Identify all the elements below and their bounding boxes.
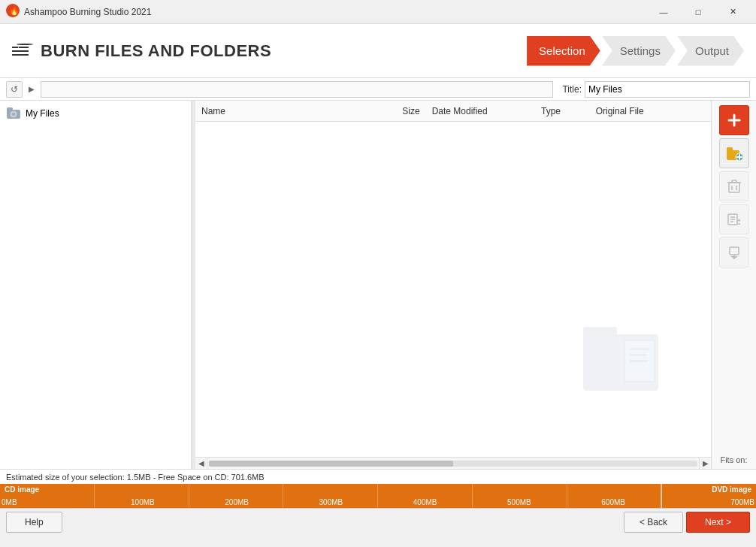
scroll-thumb[interactable] — [209, 461, 453, 467]
step-selection-label: Selection — [539, 44, 585, 57]
col-date[interactable]: Date Modified — [432, 106, 541, 116]
minimize-button[interactable]: — — [646, 0, 681, 24]
refresh-icon: ↺ — [11, 84, 18, 95]
tree-item-label: My Files — [26, 108, 59, 119]
scroll-left-arrow[interactable]: ◀ — [195, 458, 207, 470]
folder-tree: My Files — [0, 101, 192, 469]
meter-dvd-label: DVD image — [712, 485, 751, 494]
statusbar-text: Estimated size of your selection: 1.5MB … — [6, 473, 265, 482]
tree-item-myfiles[interactable]: My Files — [0, 104, 191, 123]
right-toolbar: Fits on: — [711, 101, 756, 469]
maximize-button[interactable]: □ — [681, 0, 715, 24]
file-list-header: Name Size Date Modified Type Original Fi… — [195, 101, 711, 122]
svg-rect-15 — [727, 147, 733, 152]
bottom-bar: Help < Back Next > — [0, 508, 756, 535]
app-title: Ashampoo Burning Studio 2021 — [24, 7, 646, 17]
scale-300: 300MB — [284, 498, 378, 506]
svg-rect-7 — [583, 327, 617, 340]
hscroll-bar[interactable]: ◀ ▶ — [195, 457, 711, 469]
svg-rect-29 — [730, 247, 739, 255]
step-settings[interactable]: Settings — [602, 36, 676, 66]
scale-600: 600MB — [567, 498, 661, 506]
scale-700: 700MB — [661, 498, 754, 506]
page-title: BURN FILES AND FOLDERS — [41, 41, 527, 61]
scale-0: 0MB — [2, 498, 95, 506]
file-list: Name Size Date Modified Type Original Fi… — [195, 101, 711, 469]
path-back-button[interactable]: ↺ — [6, 81, 23, 98]
meter-cd-label: CD image — [5, 485, 39, 494]
disc-icon — [6, 107, 21, 120]
col-name[interactable]: Name — [201, 106, 365, 116]
next-button[interactable]: Next > — [686, 512, 750, 533]
scroll-track[interactable] — [209, 461, 697, 467]
statusbar: Estimated size of your selection: 1.5MB … — [0, 469, 756, 484]
svg-point-5 — [12, 113, 15, 116]
empty-placeholder — [576, 319, 673, 404]
scroll-right-arrow[interactable]: ▶ — [699, 458, 711, 470]
move-down-button[interactable] — [719, 237, 749, 267]
path-arrow[interactable]: ▶ — [26, 81, 38, 98]
add-files-button[interactable] — [719, 105, 749, 135]
col-original[interactable]: Original File — [596, 106, 705, 116]
menu-icon[interactable]: 1 — [12, 47, 29, 56]
app-icon: 🔥 — [6, 4, 20, 20]
step-selection[interactable]: Selection — [527, 36, 600, 66]
scale-400: 400MB — [378, 498, 472, 506]
title-label: Title: — [562, 84, 582, 95]
svg-rect-10 — [630, 354, 646, 356]
step-settings-label: Settings — [620, 44, 661, 57]
wizard-steps: Selection Settings Output — [527, 24, 744, 77]
help-button[interactable]: Help — [6, 512, 62, 533]
main-area: My Files Name Size Date Modified Type Or… — [0, 101, 756, 469]
svg-rect-11 — [630, 360, 648, 362]
svg-rect-21 — [732, 180, 736, 183]
add-folder-button[interactable] — [719, 138, 749, 168]
scale-100: 100MB — [95, 498, 189, 506]
fits-on-label: Fits on: — [720, 455, 747, 464]
step-output[interactable]: Output — [677, 36, 744, 66]
svg-text:🔥: 🔥 — [9, 5, 20, 16]
header: 1 BURN FILES AND FOLDERS Selection Setti… — [0, 24, 756, 78]
svg-rect-9 — [630, 348, 649, 350]
col-size[interactable]: Size — [365, 106, 432, 116]
menu-badge: 1 — [17, 44, 33, 45]
col-type[interactable]: Type — [541, 106, 596, 116]
scale-500: 500MB — [472, 498, 566, 506]
scale-200: 200MB — [190, 498, 284, 506]
pathbar: ↺ ▶ Title: — [0, 78, 756, 101]
step-output-label: Output — [695, 44, 729, 57]
svg-rect-19 — [729, 183, 739, 192]
disc-meter: CD image DVD image 0MB 100MB 200MB 300MB… — [0, 484, 756, 508]
file-content-area — [195, 122, 711, 457]
close-button[interactable]: ✕ — [715, 0, 750, 24]
back-button[interactable]: < Back — [624, 512, 683, 533]
rename-button[interactable] — [719, 204, 749, 234]
title-input[interactable] — [585, 81, 750, 98]
path-input[interactable] — [41, 81, 553, 98]
titlebar: 🔥 Ashampoo Burning Studio 2021 — □ ✕ — [0, 0, 756, 24]
delete-button[interactable] — [719, 171, 749, 201]
